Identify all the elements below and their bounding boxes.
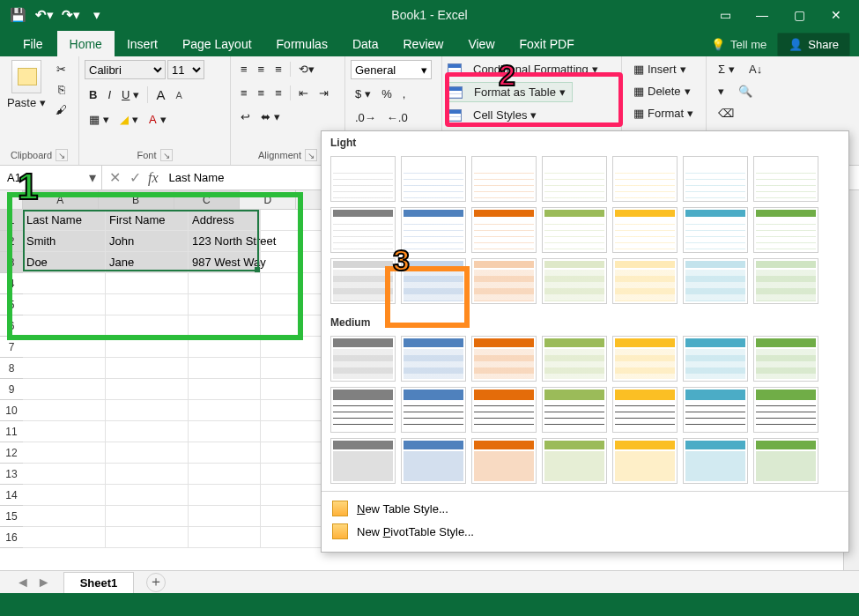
cell-D1[interactable] <box>261 210 322 231</box>
cell-A10[interactable] <box>23 400 106 421</box>
tab-formulas[interactable]: Formulas <box>264 31 340 56</box>
align-right-button[interactable]: ≡ <box>270 84 286 102</box>
clear-button[interactable]: ⌫ <box>712 104 740 122</box>
row-header-6[interactable]: 6 <box>0 315 23 337</box>
row-header-15[interactable]: 15 <box>0 506 23 527</box>
row-header-8[interactable]: 8 <box>0 358 23 379</box>
tab-foxit-pdf[interactable]: Foxit PDF <box>507 31 587 56</box>
italic-button[interactable]: I <box>103 85 115 104</box>
table-style-swatch[interactable] <box>753 258 818 304</box>
table-style-swatch[interactable] <box>330 387 396 433</box>
clipboard-launcher[interactable]: ↘ <box>56 149 68 161</box>
tab-insert[interactable]: Insert <box>115 31 170 56</box>
table-style-swatch[interactable] <box>612 156 678 202</box>
cell-D14[interactable] <box>261 485 322 506</box>
font-name-dropdown[interactable]: Calibri <box>85 60 166 79</box>
row-header-13[interactable]: 13 <box>0 464 23 485</box>
name-box[interactable]: ▾ <box>0 166 102 189</box>
enter-formula-button[interactable]: ✓ <box>130 169 141 186</box>
cell-A8[interactable] <box>23 358 106 379</box>
cell-A5[interactable] <box>23 294 106 315</box>
undo-button[interactable]: ↶▾ <box>32 4 56 26</box>
font-launcher[interactable]: ↘ <box>160 149 173 161</box>
cell-styles-button[interactable]: Cell Styles▾ <box>467 106 543 124</box>
cell-B15[interactable] <box>106 506 189 527</box>
row-header-9[interactable]: 9 <box>0 379 23 400</box>
cell-C1[interactable]: Address <box>189 210 261 231</box>
maximize-button[interactable]: ▢ <box>781 4 817 26</box>
table-style-swatch[interactable] <box>471 387 537 433</box>
row-header-1[interactable]: 1 <box>0 210 23 231</box>
table-style-swatch[interactable] <box>330 258 396 304</box>
autosum-button[interactable]: Σ▾ <box>712 60 741 78</box>
table-style-swatch[interactable] <box>683 156 748 202</box>
cell-C16[interactable] <box>189 527 261 548</box>
table-style-swatch[interactable] <box>401 387 466 433</box>
cell-D11[interactable] <box>261 421 322 442</box>
table-style-swatch[interactable] <box>753 156 818 202</box>
font-size-dropdown[interactable]: 11 <box>167 60 204 79</box>
cell-D5[interactable] <box>261 294 322 315</box>
table-style-swatch[interactable] <box>401 438 466 484</box>
align-center-button[interactable]: ≡ <box>254 84 270 102</box>
cell-C3[interactable]: 987 West Way <box>189 252 261 273</box>
cell-B6[interactable] <box>106 315 189 337</box>
cell-B14[interactable] <box>106 485 189 506</box>
cell-B1[interactable]: First Name <box>106 210 189 231</box>
cell-D2[interactable] <box>261 231 322 252</box>
table-style-swatch[interactable] <box>401 336 466 382</box>
delete-cells-button[interactable]: ▦ Delete ▾ <box>627 82 697 100</box>
cell-A13[interactable] <box>23 464 106 485</box>
table-style-swatch[interactable] <box>683 207 748 253</box>
table-style-swatch[interactable] <box>401 207 466 253</box>
increase-indent-button[interactable]: ⇥ <box>315 84 333 102</box>
table-style-swatch[interactable] <box>683 438 748 484</box>
tab-home[interactable]: Home <box>57 31 115 56</box>
table-style-swatch[interactable] <box>542 336 607 382</box>
save-button[interactable]: 💾 <box>5 4 30 26</box>
table-style-swatch[interactable] <box>471 258 537 304</box>
table-style-swatch[interactable] <box>401 156 466 202</box>
cell-D4[interactable] <box>261 273 322 294</box>
table-style-swatch[interactable] <box>542 387 607 433</box>
cell-C14[interactable] <box>189 485 261 506</box>
table-style-swatch[interactable] <box>542 258 607 304</box>
align-left-button[interactable]: ≡ <box>236 84 252 102</box>
copy-button[interactable]: ⎘ <box>51 80 71 99</box>
cell-D10[interactable] <box>261 400 322 421</box>
orientation-button[interactable]: ⟲▾ <box>294 60 319 78</box>
row-header-5[interactable]: 5 <box>0 294 23 315</box>
new-table-style-item[interactable]: New Table Style... <box>330 497 840 520</box>
cell-B11[interactable] <box>106 421 189 442</box>
paste-button[interactable]: Paste ▾ <box>3 93 50 112</box>
cell-C2[interactable]: 123 North Street <box>189 231 261 252</box>
cell-C9[interactable] <box>189 379 261 400</box>
cell-C13[interactable] <box>189 464 261 485</box>
table-style-swatch[interactable] <box>612 438 678 484</box>
cut-button[interactable]: ✂ <box>51 60 71 78</box>
insert-function-button[interactable]: fx <box>148 170 164 186</box>
tab-view[interactable]: View <box>455 31 507 56</box>
cancel-formula-button[interactable]: ✕ <box>109 169 121 186</box>
row-header-10[interactable]: 10 <box>0 400 23 421</box>
fill-color-button[interactable]: ◢▾ <box>115 110 143 129</box>
cell-D7[interactable] <box>261 337 322 358</box>
font-color-button[interactable]: A▾ <box>144 110 171 129</box>
cell-B12[interactable] <box>106 442 189 464</box>
cell-A14[interactable] <box>23 485 106 506</box>
alignment-launcher[interactable]: ↘ <box>305 149 317 161</box>
row-header-3[interactable]: 3 <box>0 252 23 273</box>
cell-B7[interactable] <box>106 337 189 358</box>
table-style-swatch[interactable] <box>330 156 396 202</box>
cell-C4[interactable] <box>189 273 261 294</box>
row-header-14[interactable]: 14 <box>0 485 23 506</box>
tab-page-layout[interactable]: Page Layout <box>170 31 264 56</box>
align-top-button[interactable]: ≡ <box>236 60 252 78</box>
row-header-12[interactable]: 12 <box>0 442 23 464</box>
cell-D12[interactable] <box>261 442 322 464</box>
table-style-swatch[interactable] <box>471 336 537 382</box>
table-style-swatch[interactable] <box>330 336 396 382</box>
insert-cells-button[interactable]: ▦ Insert ▾ <box>627 60 692 78</box>
cell-A15[interactable] <box>23 506 106 527</box>
fill-handle[interactable] <box>255 267 260 272</box>
